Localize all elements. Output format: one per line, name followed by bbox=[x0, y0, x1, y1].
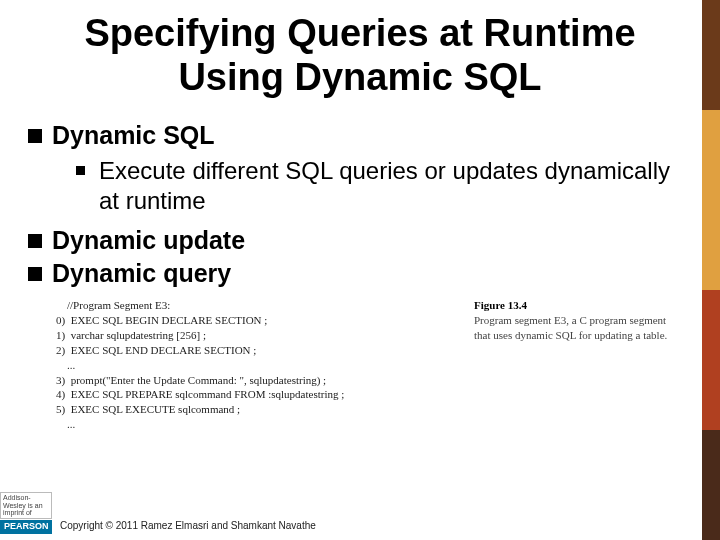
bullet-text: Dynamic update bbox=[52, 226, 245, 255]
bullet-dynamic-sql: Dynamic SQL bbox=[28, 121, 690, 150]
bullet-text: Dynamic query bbox=[52, 259, 231, 288]
figure-caption: Figure 13.4 Program segment E3, a C prog… bbox=[474, 298, 684, 432]
decorative-edge-strip bbox=[702, 0, 720, 540]
square-bullet-icon bbox=[28, 129, 42, 143]
logo-top-text: Addison-Wesley is an imprint of bbox=[0, 492, 52, 519]
bullet-dynamic-update: Dynamic update bbox=[28, 226, 690, 255]
bullet-text: Dynamic SQL bbox=[52, 121, 215, 150]
code-listing: //Program Segment E3: 0) EXEC SQL BEGIN … bbox=[56, 298, 446, 432]
logo-main-text: PEARSON bbox=[0, 520, 52, 534]
subbullet-text: Execute different SQL queries or updates… bbox=[99, 156, 690, 216]
publisher-logo: Addison-Wesley is an imprint of PEARSON bbox=[0, 492, 52, 534]
footer: Addison-Wesley is an imprint of PEARSON … bbox=[0, 492, 316, 534]
figure-caption-text: Program segment E3, a C program segment … bbox=[474, 313, 684, 343]
square-bullet-icon bbox=[28, 267, 42, 281]
subbullet-execute: Execute different SQL queries or updates… bbox=[76, 156, 690, 216]
slide-title: Specifying Queries at Runtime Using Dyna… bbox=[0, 0, 720, 109]
copyright-text: Copyright © 2011 Ramez Elmasri and Shamk… bbox=[60, 520, 316, 534]
figure-label: Figure 13.4 bbox=[474, 298, 684, 313]
square-bullet-icon bbox=[76, 166, 85, 175]
slide-body: Dynamic SQL Execute different SQL querie… bbox=[0, 109, 720, 432]
square-bullet-icon bbox=[28, 234, 42, 248]
bullet-dynamic-query: Dynamic query bbox=[28, 259, 690, 288]
code-figure: //Program Segment E3: 0) EXEC SQL BEGIN … bbox=[56, 298, 684, 432]
